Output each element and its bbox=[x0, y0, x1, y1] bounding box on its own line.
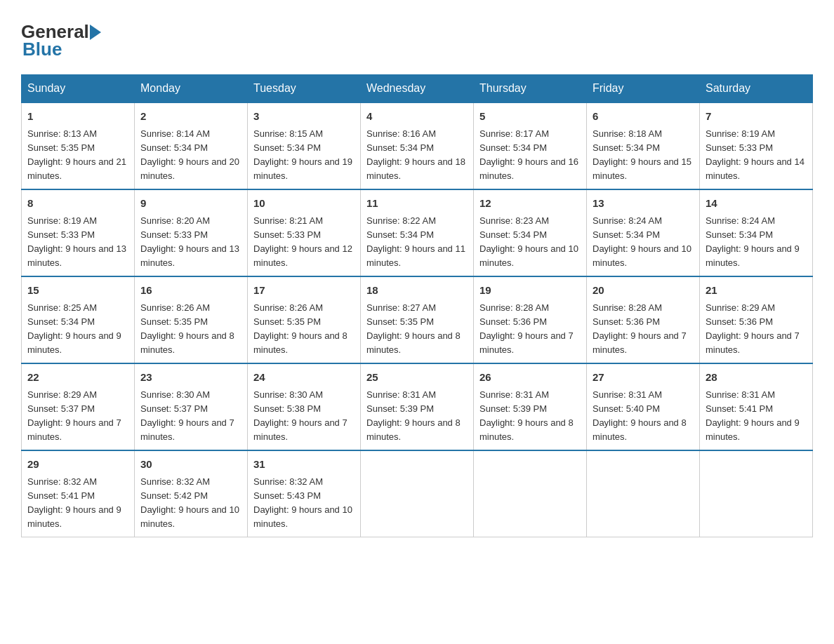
day-info: Sunrise: 8:21 AMSunset: 5:33 PMDaylight:… bbox=[253, 215, 352, 268]
day-info: Sunrise: 8:15 AMSunset: 5:34 PMDaylight:… bbox=[253, 128, 352, 181]
day-info: Sunrise: 8:19 AMSunset: 5:33 PMDaylight:… bbox=[27, 215, 126, 268]
day-number: 9 bbox=[140, 196, 241, 212]
day-info: Sunrise: 8:31 AMSunset: 5:41 PMDaylight:… bbox=[706, 389, 800, 442]
day-number: 27 bbox=[593, 370, 694, 386]
day-info: Sunrise: 8:28 AMSunset: 5:36 PMDaylight:… bbox=[479, 302, 574, 355]
day-number: 28 bbox=[706, 370, 807, 386]
header: General Blue bbox=[21, 21, 813, 60]
calendar-day-cell: 11Sunrise: 8:22 AMSunset: 5:34 PMDayligh… bbox=[361, 189, 474, 276]
day-number: 15 bbox=[27, 283, 128, 299]
day-info: Sunrise: 8:17 AMSunset: 5:34 PMDaylight:… bbox=[479, 128, 578, 181]
day-number: 26 bbox=[479, 370, 581, 386]
day-info: Sunrise: 8:32 AMSunset: 5:43 PMDaylight:… bbox=[253, 476, 352, 529]
weekday-header-monday: Monday bbox=[135, 75, 248, 103]
day-info: Sunrise: 8:28 AMSunset: 5:36 PMDaylight:… bbox=[593, 302, 687, 355]
logo: General Blue bbox=[21, 21, 101, 60]
day-info: Sunrise: 8:22 AMSunset: 5:34 PMDaylight:… bbox=[366, 215, 465, 268]
day-info: Sunrise: 8:24 AMSunset: 5:34 PMDaylight:… bbox=[706, 215, 800, 268]
calendar-day-cell: 22Sunrise: 8:29 AMSunset: 5:37 PMDayligh… bbox=[22, 363, 135, 450]
day-number: 14 bbox=[706, 196, 807, 212]
day-info: Sunrise: 8:23 AMSunset: 5:34 PMDaylight:… bbox=[479, 215, 578, 268]
calendar-day-cell: 21Sunrise: 8:29 AMSunset: 5:36 PMDayligh… bbox=[700, 276, 813, 363]
day-info: Sunrise: 8:26 AMSunset: 5:35 PMDaylight:… bbox=[140, 302, 234, 355]
day-number: 23 bbox=[140, 370, 241, 386]
day-number: 21 bbox=[706, 283, 807, 299]
day-info: Sunrise: 8:26 AMSunset: 5:35 PMDaylight:… bbox=[253, 302, 348, 355]
day-number: 2 bbox=[140, 109, 241, 125]
calendar-table: SundayMondayTuesdayWednesdayThursdayFrid… bbox=[21, 74, 813, 537]
day-info: Sunrise: 8:25 AMSunset: 5:34 PMDaylight:… bbox=[27, 302, 121, 355]
logo-blue-text: Blue bbox=[22, 39, 62, 60]
day-info: Sunrise: 8:31 AMSunset: 5:39 PMDaylight:… bbox=[479, 389, 574, 442]
day-info: Sunrise: 8:20 AMSunset: 5:33 PMDaylight:… bbox=[140, 215, 239, 268]
day-number: 11 bbox=[366, 196, 468, 212]
day-number: 22 bbox=[27, 370, 128, 386]
day-number: 31 bbox=[253, 457, 355, 473]
day-info: Sunrise: 8:30 AMSunset: 5:37 PMDaylight:… bbox=[140, 389, 234, 442]
day-number: 19 bbox=[479, 283, 581, 299]
weekday-header-friday: Friday bbox=[587, 75, 700, 103]
calendar-day-cell: 24Sunrise: 8:30 AMSunset: 5:38 PMDayligh… bbox=[248, 363, 361, 450]
day-info: Sunrise: 8:32 AMSunset: 5:41 PMDaylight:… bbox=[27, 476, 121, 529]
day-number: 8 bbox=[27, 196, 128, 212]
logo-triangle-icon bbox=[90, 25, 101, 40]
calendar-day-cell bbox=[361, 450, 474, 537]
calendar-day-cell: 16Sunrise: 8:26 AMSunset: 5:35 PMDayligh… bbox=[135, 276, 248, 363]
calendar-day-cell: 25Sunrise: 8:31 AMSunset: 5:39 PMDayligh… bbox=[361, 363, 474, 450]
day-number: 16 bbox=[140, 283, 241, 299]
day-info: Sunrise: 8:24 AMSunset: 5:34 PMDaylight:… bbox=[593, 215, 691, 268]
calendar-week-row: 15Sunrise: 8:25 AMSunset: 5:34 PMDayligh… bbox=[22, 276, 813, 363]
calendar-day-cell: 14Sunrise: 8:24 AMSunset: 5:34 PMDayligh… bbox=[700, 189, 813, 276]
calendar-day-cell: 12Sunrise: 8:23 AMSunset: 5:34 PMDayligh… bbox=[474, 189, 587, 276]
day-number: 4 bbox=[366, 109, 468, 125]
day-number: 29 bbox=[27, 457, 128, 473]
weekday-header-saturday: Saturday bbox=[700, 75, 813, 103]
calendar-week-row: 29Sunrise: 8:32 AMSunset: 5:41 PMDayligh… bbox=[22, 450, 813, 537]
calendar-day-cell: 18Sunrise: 8:27 AMSunset: 5:35 PMDayligh… bbox=[361, 276, 474, 363]
day-info: Sunrise: 8:30 AMSunset: 5:38 PMDaylight:… bbox=[253, 389, 348, 442]
calendar-day-cell: 9Sunrise: 8:20 AMSunset: 5:33 PMDaylight… bbox=[135, 189, 248, 276]
calendar-day-cell: 7Sunrise: 8:19 AMSunset: 5:33 PMDaylight… bbox=[700, 102, 813, 189]
day-info: Sunrise: 8:13 AMSunset: 5:35 PMDaylight:… bbox=[27, 128, 126, 181]
calendar-day-cell: 3Sunrise: 8:15 AMSunset: 5:34 PMDaylight… bbox=[248, 102, 361, 189]
weekday-header-sunday: Sunday bbox=[22, 75, 135, 103]
day-info: Sunrise: 8:29 AMSunset: 5:37 PMDaylight:… bbox=[27, 389, 121, 442]
day-number: 24 bbox=[253, 370, 355, 386]
calendar-day-cell: 8Sunrise: 8:19 AMSunset: 5:33 PMDaylight… bbox=[22, 189, 135, 276]
calendar-week-row: 8Sunrise: 8:19 AMSunset: 5:33 PMDaylight… bbox=[22, 189, 813, 276]
calendar-week-row: 1Sunrise: 8:13 AMSunset: 5:35 PMDaylight… bbox=[22, 102, 813, 189]
day-number: 12 bbox=[479, 196, 581, 212]
calendar-day-cell: 28Sunrise: 8:31 AMSunset: 5:41 PMDayligh… bbox=[700, 363, 813, 450]
calendar-day-cell bbox=[587, 450, 700, 537]
calendar-day-cell: 26Sunrise: 8:31 AMSunset: 5:39 PMDayligh… bbox=[474, 363, 587, 450]
calendar-day-cell: 31Sunrise: 8:32 AMSunset: 5:43 PMDayligh… bbox=[248, 450, 361, 537]
day-number: 7 bbox=[706, 109, 807, 125]
calendar-day-cell: 5Sunrise: 8:17 AMSunset: 5:34 PMDaylight… bbox=[474, 102, 587, 189]
day-info: Sunrise: 8:32 AMSunset: 5:42 PMDaylight:… bbox=[140, 476, 239, 529]
calendar-day-cell: 10Sunrise: 8:21 AMSunset: 5:33 PMDayligh… bbox=[248, 189, 361, 276]
calendar-day-cell: 23Sunrise: 8:30 AMSunset: 5:37 PMDayligh… bbox=[135, 363, 248, 450]
day-number: 10 bbox=[253, 196, 355, 212]
day-number: 5 bbox=[479, 109, 581, 125]
calendar-day-cell: 2Sunrise: 8:14 AMSunset: 5:34 PMDaylight… bbox=[135, 102, 248, 189]
calendar-day-cell: 20Sunrise: 8:28 AMSunset: 5:36 PMDayligh… bbox=[587, 276, 700, 363]
calendar-week-row: 22Sunrise: 8:29 AMSunset: 5:37 PMDayligh… bbox=[22, 363, 813, 450]
day-info: Sunrise: 8:31 AMSunset: 5:39 PMDaylight:… bbox=[366, 389, 461, 442]
weekday-header-thursday: Thursday bbox=[474, 75, 587, 103]
calendar-day-cell bbox=[474, 450, 587, 537]
day-number: 18 bbox=[366, 283, 468, 299]
day-number: 20 bbox=[593, 283, 694, 299]
day-number: 1 bbox=[27, 109, 128, 125]
calendar-day-cell: 4Sunrise: 8:16 AMSunset: 5:34 PMDaylight… bbox=[361, 102, 474, 189]
weekday-header-row: SundayMondayTuesdayWednesdayThursdayFrid… bbox=[22, 75, 813, 103]
calendar-day-cell: 15Sunrise: 8:25 AMSunset: 5:34 PMDayligh… bbox=[22, 276, 135, 363]
day-info: Sunrise: 8:18 AMSunset: 5:34 PMDaylight:… bbox=[593, 128, 691, 181]
day-info: Sunrise: 8:14 AMSunset: 5:34 PMDaylight:… bbox=[140, 128, 239, 181]
day-info: Sunrise: 8:16 AMSunset: 5:34 PMDaylight:… bbox=[366, 128, 465, 181]
day-info: Sunrise: 8:29 AMSunset: 5:36 PMDaylight:… bbox=[706, 302, 800, 355]
weekday-header-wednesday: Wednesday bbox=[361, 75, 474, 103]
calendar-day-cell bbox=[700, 450, 813, 537]
calendar-day-cell: 1Sunrise: 8:13 AMSunset: 5:35 PMDaylight… bbox=[22, 102, 135, 189]
calendar-day-cell: 29Sunrise: 8:32 AMSunset: 5:41 PMDayligh… bbox=[22, 450, 135, 537]
day-info: Sunrise: 8:31 AMSunset: 5:40 PMDaylight:… bbox=[593, 389, 687, 442]
